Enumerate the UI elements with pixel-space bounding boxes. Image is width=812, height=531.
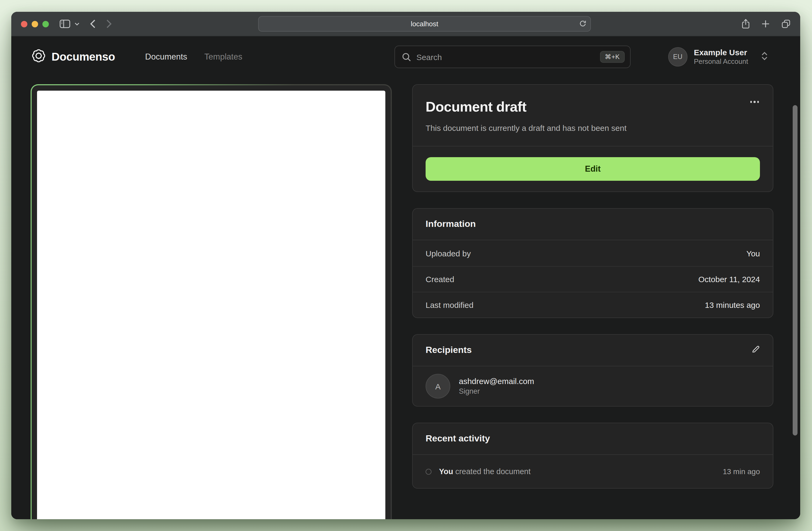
user-name: Example User <box>694 47 748 58</box>
account-menu-button[interactable]: EU Example User Personal Account <box>668 47 768 67</box>
chevrons-up-down-icon <box>761 51 768 62</box>
info-row-last-modified: Last modified 13 minutes ago <box>413 292 773 318</box>
recipient-email: ashdrew@email.com <box>459 375 534 387</box>
app-header: Documenso Documents Templates Search ⌘+K <box>11 36 800 77</box>
activity-circle-icon <box>425 469 432 474</box>
documenso-logo-icon <box>31 48 47 66</box>
user-avatar: EU <box>668 47 687 67</box>
brand-link[interactable]: Documenso <box>31 48 115 66</box>
user-account-type: Personal Account <box>694 58 748 67</box>
document-detail-page: Document draft This document is currentl… <box>11 77 800 519</box>
new-tab-icon[interactable] <box>762 20 770 28</box>
recent-activity-card: Recent activity You created the document… <box>412 423 773 489</box>
info-row-uploaded-by: Uploaded by You <box>413 240 773 266</box>
browser-toolbar: localhost <box>11 12 800 36</box>
information-card: Information Uploaded by You Created Octo… <box>412 208 773 318</box>
activity-actor: You <box>439 467 453 476</box>
activity-row: You created the document 13 min ago <box>413 455 773 488</box>
sidebar-toggle-icon[interactable] <box>60 19 70 28</box>
recipient-avatar: A <box>425 374 450 399</box>
toolbar-left-buttons <box>60 19 112 28</box>
nav-documents[interactable]: Documents <box>145 52 187 62</box>
main-nav: Documents Templates <box>145 52 242 62</box>
document-status-card: Document draft This document is currentl… <box>412 84 773 192</box>
recent-activity-title: Recent activity <box>425 433 490 444</box>
documenso-app: Documenso Documents Templates Search ⌘+K <box>11 36 800 519</box>
share-icon[interactable] <box>742 19 750 29</box>
address-bar-url: localhost <box>411 20 438 28</box>
document-status-subtitle: This document is currently a draft and h… <box>425 122 760 134</box>
browser-window: localhost <box>11 12 800 519</box>
toolbar-right-buttons <box>742 19 791 29</box>
activity-time: 13 min ago <box>723 467 760 476</box>
search-icon <box>402 52 411 61</box>
ellipsis-menu-icon[interactable] <box>749 98 760 106</box>
document-preview-frame <box>31 84 392 519</box>
edit-button[interactable]: Edit <box>425 157 760 181</box>
search-input[interactable]: Search ⌘+K <box>394 46 630 68</box>
pencil-icon[interactable] <box>751 345 760 356</box>
chevron-down-icon[interactable] <box>75 22 79 26</box>
recipients-card: Recipients A ashdrew@email.com <box>412 334 773 407</box>
document-status-title: Document draft <box>425 98 526 116</box>
minimize-window-button[interactable] <box>32 21 38 27</box>
desktop-background: localhost <box>0 0 812 531</box>
recipient-row: A ashdrew@email.com Signer <box>413 366 773 406</box>
activity-action: created the document <box>453 467 531 476</box>
nav-templates[interactable]: Templates <box>204 52 242 62</box>
information-title: Information <box>425 219 476 230</box>
zoom-window-button[interactable] <box>42 21 49 27</box>
forward-icon[interactable] <box>106 19 112 28</box>
document-page <box>37 91 385 519</box>
scrollbar-thumb[interactable] <box>793 105 798 436</box>
close-window-button[interactable] <box>21 21 27 27</box>
refresh-icon[interactable] <box>579 20 586 28</box>
search-shortcut-badge: ⌘+K <box>600 51 625 63</box>
traffic-lights <box>21 21 49 27</box>
tab-overview-icon[interactable] <box>781 19 791 28</box>
back-icon[interactable] <box>90 19 96 28</box>
brand-name: Documenso <box>52 50 115 63</box>
document-sidebar: Document draft This document is currentl… <box>412 84 773 489</box>
info-row-created: Created October 11, 2024 <box>413 266 773 292</box>
recipient-role: Signer <box>459 387 534 397</box>
address-bar[interactable]: localhost <box>258 16 591 32</box>
search-placeholder: Search <box>417 52 595 61</box>
recipients-title: Recipients <box>425 345 472 356</box>
